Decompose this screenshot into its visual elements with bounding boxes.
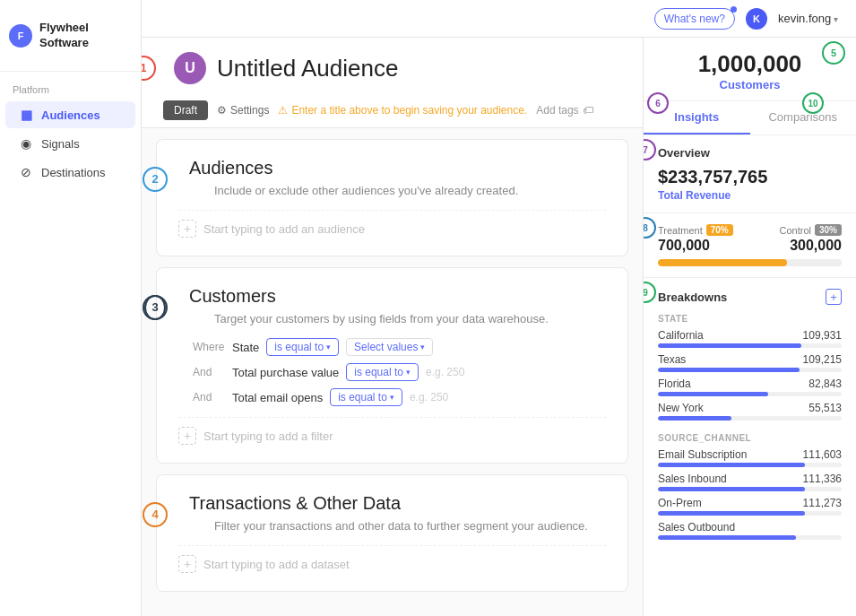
control-label: Control 30% bbox=[780, 224, 842, 236]
customers-count-section: 5 1,000,000 Customers bbox=[644, 38, 856, 101]
breakdown-item-email-sub: Email Subscription 111,603 bbox=[658, 448, 842, 467]
sidebar-item-signals[interactable]: ◉ Signals bbox=[5, 130, 135, 157]
breakdown-item-on-prem: On-Prem 111,273 bbox=[658, 497, 842, 516]
audiences-section-header: 2 Audiences bbox=[178, 158, 606, 178]
breakdown-group-source: SOURCE_CHANNEL Email Subscription 111,60… bbox=[658, 433, 842, 540]
sidebar-logo: F Flywheel Software bbox=[0, 0, 141, 72]
state-group-label: STATE bbox=[658, 314, 842, 324]
filter-op-email[interactable]: is equal to bbox=[330, 388, 402, 406]
right-tabs: 6 10 Insights Comparisons bbox=[644, 101, 856, 135]
filter-label-and-1: And bbox=[193, 366, 225, 378]
sidebar-item-destinations-label: Destinations bbox=[41, 166, 106, 179]
sidebar-item-audiences[interactable]: ▦ Audiences bbox=[5, 101, 135, 128]
revenue-label: Total Revenue bbox=[658, 189, 842, 202]
annotation-2: 2 bbox=[143, 167, 168, 192]
audiences-section-title: Audiences bbox=[189, 158, 272, 178]
draft-button[interactable]: Draft bbox=[163, 100, 208, 120]
add-audience-row[interactable]: + Start typing to add an audience bbox=[178, 210, 606, 238]
filter-select-state[interactable]: Select values bbox=[346, 338, 433, 356]
treatment-label: Treatment 70% bbox=[658, 224, 733, 236]
control-value: 300,000 bbox=[780, 238, 842, 254]
add-dataset-icon: + bbox=[178, 555, 196, 573]
audiences-icon: ▦ bbox=[18, 108, 34, 122]
transactions-section-desc: Filter your transactions and other data … bbox=[214, 519, 606, 533]
audience-title[interactable]: Untitled Audience bbox=[217, 55, 398, 82]
settings-hint: ⚠ Enter a title above to begin saving yo… bbox=[278, 104, 527, 117]
annotation-1: 1 bbox=[142, 56, 156, 81]
treatment-pct-badge: 70% bbox=[706, 224, 733, 236]
overview-title: Overview bbox=[658, 146, 842, 160]
breakdown-group-state: STATE California 109,931 Texas 109,215 bbox=[658, 314, 842, 421]
add-audience-icon: + bbox=[178, 220, 196, 238]
annotation-4: 4 bbox=[143, 502, 168, 527]
filter-op-purchase[interactable]: is equal to bbox=[346, 363, 419, 381]
control-col: Control 30% 300,000 bbox=[780, 224, 842, 254]
right-panel: 5 1,000,000 Customers 6 10 Insights Comp… bbox=[643, 38, 856, 616]
filter-row-purchase: And Total purchase value is equal to e.g… bbox=[193, 363, 606, 381]
add-filter-row[interactable]: + Start typing to add a filter bbox=[178, 417, 606, 445]
breakdown-item-florida: Florida 82,843 bbox=[658, 377, 842, 396]
add-dataset-row[interactable]: + Start typing to add a dataset bbox=[178, 545, 606, 573]
tag-icon: 🏷 bbox=[583, 104, 593, 117]
filter-field-email: Total email opens bbox=[232, 391, 323, 404]
audiences-section-desc: Include or exclude other audiences you'v… bbox=[214, 184, 606, 197]
filter-field-purchase: Total purchase value bbox=[232, 366, 339, 379]
tab-insights[interactable]: Insights bbox=[644, 101, 750, 134]
warning-icon: ⚠ bbox=[278, 104, 288, 117]
customers-section-desc: Target your customers by using fields fr… bbox=[214, 312, 606, 325]
customers-label: Customers bbox=[658, 78, 842, 91]
breakdown-item-texas: Texas 109,215 bbox=[658, 353, 842, 372]
user-name[interactable]: kevin.fong bbox=[778, 12, 838, 25]
treatment-value: 700,000 bbox=[658, 238, 733, 254]
audience-avatar: U bbox=[174, 52, 206, 84]
breakdown-item-sales-inbound: Sales Inbound 111,336 bbox=[658, 473, 842, 491]
add-audience-placeholder: Start typing to add an audience bbox=[203, 222, 365, 236]
signals-icon: ◉ bbox=[18, 136, 34, 151]
customers-count: 1,000,000 bbox=[658, 50, 842, 78]
customers-section-header: 3 Customers bbox=[178, 286, 606, 307]
customers-section: 3 Customers Target your customers by usi… bbox=[156, 267, 628, 464]
treatment-col: Treatment 70% 700,000 bbox=[658, 224, 733, 254]
annotation-5: 5 bbox=[822, 41, 845, 65]
audience-header: 1 U Untitled Audience Draft ⚙ Settings ⚠… bbox=[142, 38, 643, 128]
annotation-3: 3 bbox=[143, 295, 168, 320]
sidebar-item-audiences-label: Audiences bbox=[41, 108, 100, 122]
filter-value-email[interactable]: e.g. 250 bbox=[410, 391, 448, 403]
sidebar-section-label: Platform bbox=[0, 72, 141, 100]
sidebar: F Flywheel Software Platform ▦ Audiences… bbox=[0, 0, 142, 616]
revenue-amount: $233,757,765 bbox=[658, 167, 842, 187]
annotation-7: 7 bbox=[643, 139, 656, 161]
add-filter-icon: + bbox=[178, 427, 196, 445]
progress-bar-track bbox=[658, 259, 842, 266]
add-tags-button[interactable]: Add tags 🏷 bbox=[536, 104, 592, 117]
whats-new-button[interactable]: What's new? bbox=[654, 8, 735, 30]
logo-icon: F bbox=[9, 24, 32, 48]
breakdowns-add-button[interactable]: + bbox=[826, 289, 842, 305]
user-avatar: K bbox=[746, 8, 767, 30]
left-panel: 1 U Untitled Audience Draft ⚙ Settings ⚠… bbox=[142, 38, 643, 616]
tab-comparisons[interactable]: Comparisons bbox=[750, 101, 857, 134]
destinations-icon: ⊘ bbox=[18, 165, 34, 179]
audience-title-row: 1 U Untitled Audience bbox=[163, 52, 621, 84]
transactions-section-header: 4 Transactions & Other Data bbox=[178, 493, 606, 514]
transactions-section-title: Transactions & Other Data bbox=[189, 493, 401, 514]
breakdown-item-newyork: New York 55,513 bbox=[658, 402, 842, 421]
filter-value-purchase[interactable]: e.g. 250 bbox=[426, 366, 464, 378]
sidebar-item-signals-label: Signals bbox=[41, 137, 80, 151]
transactions-section: 4 Transactions & Other Data Filter your … bbox=[156, 474, 628, 592]
sidebar-item-destinations[interactable]: ⊘ Destinations bbox=[5, 159, 135, 186]
breakdown-item-sales-outbound: Sales Outbound bbox=[658, 521, 842, 540]
filter-row-email: And Total email opens is equal to e.g. 2… bbox=[193, 388, 606, 406]
filter-row-state: Where State is equal to Select values bbox=[193, 338, 606, 356]
settings-button[interactable]: ⚙ Settings bbox=[217, 104, 269, 117]
audiences-section: 2 Audiences Include or exclude other aud… bbox=[156, 139, 628, 256]
breakdowns-section: 9 Breakdowns + STATE California 109,931 bbox=[644, 278, 856, 563]
filter-label-where: Where bbox=[193, 341, 225, 353]
annotation-8: 8 bbox=[643, 217, 656, 239]
breakdown-item-california: California 109,931 bbox=[658, 329, 842, 348]
main-area: What's new? K kevin.fong 1 U Untitled Au… bbox=[142, 0, 856, 616]
filter-op-state[interactable]: is equal to bbox=[266, 338, 339, 356]
topbar: What's new? K kevin.fong bbox=[142, 0, 856, 38]
gear-icon: ⚙ bbox=[217, 104, 227, 117]
control-pct-badge: 30% bbox=[815, 224, 842, 236]
